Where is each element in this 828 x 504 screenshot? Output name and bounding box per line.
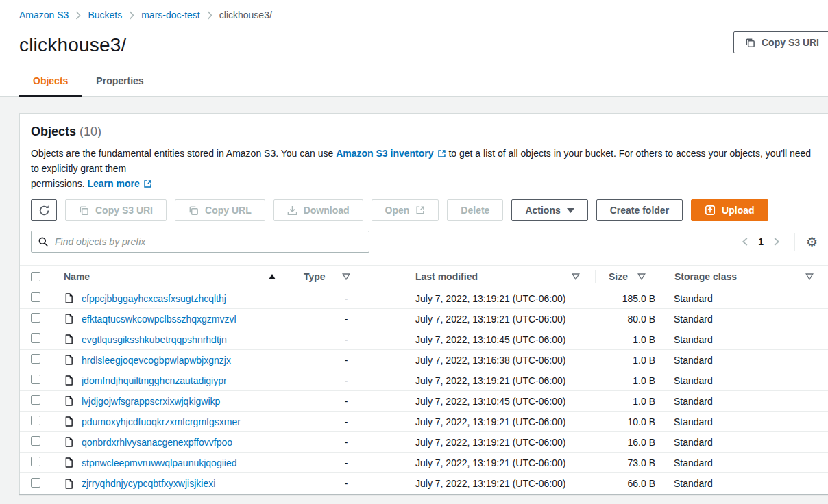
page-title: clickhouse3/ (19, 34, 809, 56)
external-link-icon (143, 179, 152, 188)
object-last-modified-cell: July 7, 2022, 13:19:21 (UTC-06:00) (402, 478, 595, 489)
table-row: hrdlsleegjoqevcogbpwlapwbjxgnzjx - July … (20, 350, 828, 370)
previous-page-button (737, 234, 754, 249)
object-name-link[interactable]: evgtlqusgiksshkubetrqqpshnrhdtjn (82, 334, 227, 345)
object-name-cell: efktaqtucswkcowpclbsszhqxgzmvzvl (51, 314, 291, 325)
column-header-name[interactable]: Name (51, 266, 291, 288)
object-size-cell: 10.0 B (595, 416, 661, 427)
row-checkbox[interactable] (31, 457, 40, 466)
amazon-s3-inventory-link[interactable]: Amazon S3 inventory (336, 148, 446, 159)
column-header-size[interactable]: Size (595, 266, 661, 288)
object-type-cell: - (291, 314, 402, 325)
object-last-modified-cell: July 7, 2022, 13:19:21 (UTC-06:00) (402, 293, 595, 304)
breadcrumb: Amazon S3 Buckets mars-doc-test clickhou… (19, 10, 809, 21)
actions-button[interactable]: Actions (511, 199, 587, 221)
object-type-cell: - (291, 416, 402, 427)
breadcrumb-mars-doc-test[interactable]: mars-doc-test (141, 10, 200, 21)
select-all-header (20, 266, 51, 288)
object-name-cell: evgtlqusgiksshkubetrqqpshnrhdtjn (51, 334, 291, 345)
object-name-cell: cfppcjbbggayhcxcasfxsugtzhcqlthj (51, 293, 291, 304)
learn-more-link[interactable]: Learn more (87, 178, 151, 189)
object-name-cell: zjrryqhdnjycypcqbtfxyxwjisjkiexi (51, 478, 291, 489)
copy-s3-uri-header-button[interactable]: Copy S3 URI (733, 32, 828, 53)
table-row: stpnwcleepmvruwwqlpaunukjqogiied - July … (20, 453, 828, 473)
object-size-cell: 73.0 B (595, 457, 661, 468)
object-name-link[interactable]: cfppcjbbggayhcxcasfxsugtzhcqlthj (82, 293, 226, 304)
caret-down-icon (567, 208, 574, 213)
upload-button[interactable]: Upload (691, 199, 768, 221)
file-icon (64, 355, 73, 365)
tab-objects[interactable]: Objects (19, 66, 82, 96)
sort-icon (637, 273, 646, 280)
row-checkbox[interactable] (31, 395, 40, 405)
row-checkbox[interactable] (31, 354, 40, 364)
create-folder-button[interactable]: Create folder (596, 199, 683, 221)
object-name-link[interactable]: stpnwcleepmvruwwqlpaunukjqogiied (82, 457, 236, 468)
object-type-cell: - (291, 334, 402, 345)
object-name-link[interactable]: hrdlsleegjoqevcogbpwlapwbjxgnzjx (82, 355, 231, 366)
external-link-icon (415, 205, 425, 215)
object-last-modified-cell: July 7, 2022, 13:19:21 (UTC-06:00) (402, 416, 595, 427)
row-checkbox[interactable] (31, 478, 40, 488)
table-row: evgtlqusgiksshkubetrqqpshnrhdtjn - July … (20, 329, 828, 350)
search-box (31, 231, 369, 253)
column-header-last-modified[interactable]: Last modified (402, 266, 595, 288)
row-select-cell (20, 436, 51, 448)
object-size-cell: 1.0 B (595, 355, 661, 366)
refresh-button[interactable] (31, 199, 57, 221)
current-page-number[interactable]: 1 (758, 236, 764, 247)
pagination-divider (794, 233, 795, 251)
row-checkbox[interactable] (31, 436, 40, 446)
table-row: efktaqtucswkcowpclbsszhqxgzmvzvl - July … (20, 309, 828, 329)
object-size-cell: 80.0 B (595, 314, 661, 325)
object-name-link[interactable]: jdomfndjhquiltmgghcnzautadigiypr (82, 375, 227, 386)
row-select-cell (20, 333, 51, 345)
delete-button: Delete (447, 199, 503, 221)
row-checkbox[interactable] (31, 313, 40, 323)
objects-table: Name Type Last modified Size (20, 265, 828, 494)
breadcrumb-buckets[interactable]: Buckets (88, 10, 122, 21)
column-header-type[interactable]: Type (291, 266, 402, 288)
object-size-cell: 1.0 B (595, 334, 661, 345)
table-row: qonbrdxrhlvysanacgenexpffovvfpoo - July … (20, 432, 828, 453)
object-last-modified-cell: July 7, 2022, 13:19:21 (UTC-06:00) (402, 437, 595, 448)
row-select-cell (20, 375, 51, 386)
object-type-cell: - (291, 293, 402, 304)
gear-icon[interactable]: ⚙ (803, 234, 820, 250)
object-type-cell: - (291, 457, 402, 468)
object-name-link[interactable]: pdumoxyhjcdfuoqkrzxmfcrgmfgsxmer (82, 416, 241, 427)
table-row: pdumoxyhjcdfuoqkrzxmfcrgmfgsxmer - July … (20, 412, 828, 432)
column-header-storage-class[interactable]: Storage class (661, 266, 828, 288)
object-name-link[interactable]: lvjdjgojwfsgrappscrxixwjqkigwikp (82, 396, 220, 407)
pagination: 1 ⚙ (737, 233, 820, 251)
copy-url-button: Copy URL (175, 199, 265, 221)
row-checkbox[interactable] (31, 375, 40, 384)
search-icon (38, 236, 49, 247)
row-checkbox[interactable] (31, 416, 40, 425)
object-type-cell: - (291, 375, 402, 386)
row-checkbox[interactable] (31, 333, 40, 343)
object-name-link[interactable]: qonbrdxrhlvysanacgenexpffovvfpoo (82, 437, 232, 448)
breadcrumb-amazon-s3[interactable]: Amazon S3 (19, 10, 69, 21)
object-last-modified-cell: July 7, 2022, 13:19:21 (UTC-06:00) (402, 457, 595, 468)
upload-icon (705, 205, 716, 216)
chevron-left-icon (741, 237, 750, 247)
row-checkbox[interactable] (31, 292, 40, 302)
tab-properties[interactable]: Properties (82, 66, 157, 96)
row-select-cell (20, 354, 51, 366)
select-all-checkbox[interactable] (31, 272, 40, 281)
object-storage-class-cell: Standard (661, 314, 828, 325)
chevron-right-icon (129, 11, 134, 20)
object-name-cell: lvjdjgojwfsgrappscrxixwjqkigwikp (51, 396, 291, 407)
search-input[interactable] (31, 231, 369, 253)
row-select-cell (20, 313, 51, 325)
object-name-link[interactable]: efktaqtucswkcowpclbsszhqxgzmvzvl (82, 314, 236, 325)
table-row: zjrryqhdnjycypcqbtfxyxwjisjkiexi - July … (20, 473, 828, 494)
object-name-link[interactable]: zjrryqhdnjycypcqbtfxyxwjisjkiexi (82, 478, 215, 489)
object-storage-class-cell: Standard (661, 334, 828, 345)
copy-s3-uri-button: Copy S3 URI (65, 199, 167, 221)
file-icon (64, 314, 73, 324)
object-type-cell: - (291, 437, 402, 448)
objects-panel: Objects (10) Objects are the fundamental… (19, 113, 828, 494)
object-name-cell: pdumoxyhjcdfuoqkrzxmfcrgmfgsxmer (51, 416, 291, 427)
